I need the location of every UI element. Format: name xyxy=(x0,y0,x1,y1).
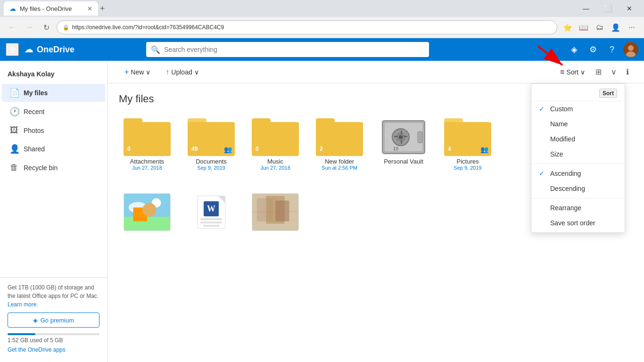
new-chevron-icon: ∨ xyxy=(146,68,150,76)
file-item-image1[interactable] xyxy=(119,189,175,237)
sort-item-ascending[interactable]: ✓ Ascending xyxy=(531,166,625,181)
premium-diamond-icon: ◈ xyxy=(33,317,38,324)
upload-btn[interactable]: ↑ Upload ∨ xyxy=(160,65,204,79)
folder-item-music[interactable]: 0 Music Jun 27, 2018 xyxy=(247,115,304,174)
promo-text: Get 1TB (1000 GB) of storage and the lat… xyxy=(8,284,99,299)
sort-item-name[interactable]: ✓ Name xyxy=(531,116,625,132)
folder-body: 4 👥 xyxy=(444,122,491,156)
folder-body: 2 xyxy=(316,122,363,156)
sidebar-item-photos[interactable]: 🖼 Photos xyxy=(2,122,105,139)
photos-icon: 🖼 xyxy=(9,125,19,135)
user-avatar[interactable] xyxy=(623,42,638,57)
sidebar-my-files-label: My files xyxy=(24,89,48,97)
check-icon-custom: ✓ xyxy=(539,105,546,113)
folder-icon-music: 0 xyxy=(252,118,299,156)
sort-item-descending[interactable]: ✓ Descending xyxy=(531,181,625,196)
maximize-btn[interactable]: ⬜ xyxy=(597,0,619,17)
browser-chrome: ☁ My files - OneDrive ✕ + — ⬜ ✕ ← → ↻ 🔒 … xyxy=(0,0,644,38)
search-bar[interactable]: 🔍 xyxy=(146,42,429,57)
vault-svg: IO xyxy=(380,118,427,156)
recycle-bin-icon: 🗑 xyxy=(9,163,19,173)
profile-btn[interactable]: 👤 xyxy=(609,21,622,34)
new-btn[interactable]: + New ∨ xyxy=(119,65,156,79)
forward-btn[interactable]: → xyxy=(23,21,36,34)
folder-date-new-folder: Sun at 2:56 PM xyxy=(322,165,357,171)
collections-btn[interactable]: 🗂 xyxy=(593,21,606,34)
new-icon: + xyxy=(124,68,129,76)
address-bar[interactable]: 🔒 https://onedrive.live.com/?id=root&cid… xyxy=(57,20,557,34)
tab-close-btn[interactable]: ✕ xyxy=(87,5,92,12)
sort-item-size[interactable]: ✓ Size xyxy=(531,147,625,162)
folder-date-documents: Sep 9, 2019 xyxy=(197,165,225,171)
sort-btn[interactable]: ≡ Sort ∨ xyxy=(555,65,590,79)
sort-modified-label: Modified xyxy=(550,135,575,143)
back-btn[interactable]: ← xyxy=(6,21,19,34)
info-btn[interactable]: ℹ xyxy=(622,65,633,79)
word-icon-wrap: W xyxy=(188,193,235,231)
search-input[interactable] xyxy=(164,46,424,53)
new-label: New xyxy=(131,68,144,76)
settings-btn[interactable]: ⚙ xyxy=(586,42,601,57)
folder-icon-pictures: 4 👥 xyxy=(444,118,491,156)
grid-view-btn[interactable]: ⊞ xyxy=(592,65,605,79)
sort-save-label: Save sort order xyxy=(550,219,595,227)
folder-item-pictures[interactable]: 4 👥 Pictures Sep 9, 2019 xyxy=(439,115,496,174)
sidebar-recent-label: Recent xyxy=(24,108,44,115)
sidebar-item-shared[interactable]: 👤 Shared xyxy=(2,140,105,158)
sort-rearrange-label: Rearrange xyxy=(550,204,581,212)
svg-rect-10 xyxy=(401,131,402,134)
folder-body: 49 👥 xyxy=(188,122,235,156)
file-item-word[interactable]: W xyxy=(183,189,239,237)
toolbar: + New ∨ ↑ Upload ∨ ≡ Sort ∨ ⊞ ∨ xyxy=(107,61,644,83)
refresh-btn[interactable]: ↻ xyxy=(40,21,53,34)
app-logo: ☁ OneDrive xyxy=(25,44,74,55)
storage-bar-fill xyxy=(8,333,35,335)
folder-item-new-folder[interactable]: 2 New folder Sun at 2:56 PM xyxy=(311,115,368,174)
view-chevron-btn[interactable]: ∨ xyxy=(607,65,620,79)
svg-rect-13 xyxy=(404,136,407,137)
close-btn[interactable]: ✕ xyxy=(619,0,640,17)
folder-item-attachments[interactable]: 0 Attachments Jun 27, 2018 xyxy=(119,115,175,174)
vault-name: Personal Vault xyxy=(384,158,423,165)
header-right: ◈ ⚙ ? xyxy=(567,42,638,57)
sort-item-modified[interactable]: ✓ Modified xyxy=(531,132,625,147)
browser-tab[interactable]: ☁ My files - OneDrive ✕ xyxy=(4,1,98,16)
help-btn[interactable]: ? xyxy=(604,42,619,57)
sidebar-item-recent[interactable]: 🕐 Recent xyxy=(2,103,105,121)
sort-item-save-sort-order[interactable]: ✓ Save sort order xyxy=(531,215,625,230)
check-icon-ascending: ✓ xyxy=(539,170,546,177)
folder-date-music: Jun 27, 2018 xyxy=(260,165,290,171)
svg-rect-14 xyxy=(418,132,422,143)
favorites-star-btn[interactable]: ⭐ xyxy=(561,21,574,34)
diamond-btn[interactable]: ◈ xyxy=(567,42,582,57)
sort-item-custom[interactable]: ✓ Custom xyxy=(531,101,625,116)
word-icon: W xyxy=(197,196,225,229)
folder-count: 2 xyxy=(320,146,323,152)
new-tab-btn[interactable]: + xyxy=(100,4,105,14)
sidebar: Akshaya Kolay 📄 My files 🕐 Recent 🖼 Phot… xyxy=(0,61,107,362)
sidebar-item-my-files[interactable]: 📄 My files xyxy=(2,84,105,102)
go-premium-btn[interactable]: ◈ Go premium xyxy=(8,313,99,328)
onedrive-tab-icon: ☁ xyxy=(9,5,16,12)
folder-name-music: Music xyxy=(267,158,283,165)
sort-item-rearrange[interactable]: ✓ Rearrange xyxy=(531,200,625,215)
learn-more-link[interactable]: Learn more. xyxy=(8,301,38,308)
folder-item-documents[interactable]: 49 👥 Documents Sep 9, 2019 xyxy=(183,115,239,174)
word-line xyxy=(203,225,220,227)
sidebar-photos-label: Photos xyxy=(24,127,44,134)
storage-text: 1.52 GB used of 5 GB xyxy=(8,337,99,344)
window-controls: — ⬜ ✕ xyxy=(575,0,640,17)
file-item-image2[interactable] xyxy=(247,189,304,237)
storage-bar-bg xyxy=(8,333,99,335)
waffle-menu-btn[interactable]: ⊞ xyxy=(6,43,19,56)
minimize-btn[interactable]: — xyxy=(575,0,597,17)
browser-actions: ⭐ 📖 🗂 👤 ··· xyxy=(561,21,638,34)
toolbar-right: ≡ Sort ∨ ⊞ ∨ ℹ xyxy=(555,65,633,79)
svg-point-9 xyxy=(399,135,403,139)
more-btn[interactable]: ··· xyxy=(625,21,638,34)
get-apps-link[interactable]: Get the OneDrive apps xyxy=(8,346,99,353)
sidebar-item-recycle-bin[interactable]: 🗑 Recycle bin xyxy=(2,159,105,176)
sidebar-shared-label: Shared xyxy=(24,145,45,153)
folder-item-personal-vault[interactable]: IO Personal Vault xyxy=(375,115,432,174)
reading-list-btn[interactable]: 📖 xyxy=(577,21,590,34)
